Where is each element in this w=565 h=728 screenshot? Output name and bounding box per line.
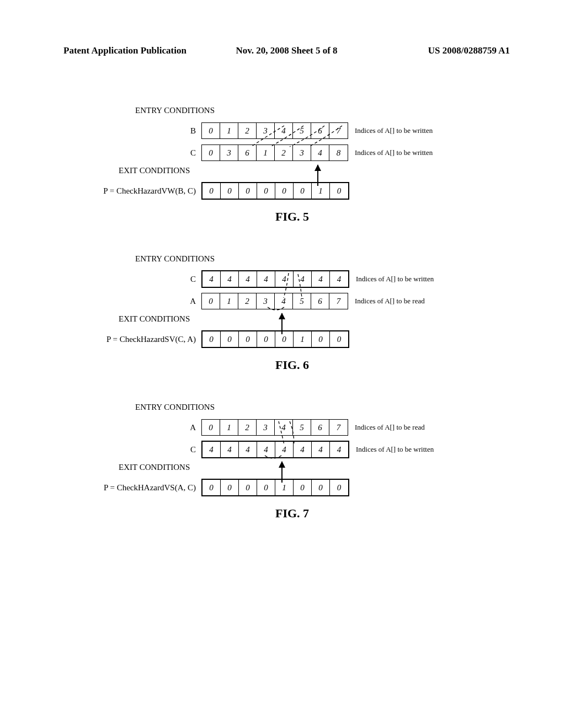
- figure-6: ENTRY CONDITIONS C 4 4 4 4 4 4 4 4 Indic…: [63, 254, 510, 372]
- cell: 3: [220, 145, 238, 160]
- cell: 4: [239, 442, 257, 457]
- cell: 2: [238, 123, 257, 138]
- row-c-cells: 4 4 4 4 4 4 4 4: [201, 270, 349, 288]
- cell: 4: [330, 442, 348, 457]
- cell: 0: [275, 183, 294, 199]
- cell: 5: [293, 293, 311, 309]
- cell: 2: [238, 420, 257, 435]
- cell: 6: [311, 420, 329, 435]
- cell: 3: [257, 293, 275, 309]
- cell: 0: [202, 331, 221, 347]
- cell: 4: [221, 271, 239, 287]
- row-b-label: B: [63, 126, 201, 136]
- row-a-cells: 0 1 2 3 4 5 6 7: [201, 419, 348, 436]
- cell: 0: [202, 145, 220, 160]
- cell: 0: [257, 480, 275, 495]
- page-header: Patent Application Publication Nov. 20, …: [63, 45, 510, 56]
- cell: 7: [329, 123, 348, 138]
- row-b-cells: 0 1 2 3 4 5 6 7: [201, 122, 348, 139]
- arrow-icon: [281, 313, 510, 335]
- cell: 0: [202, 480, 221, 495]
- row-a-note: Indices of A[] to be read: [355, 297, 425, 306]
- row-a-label: A: [63, 297, 201, 306]
- row-c-note: Indices of A[] to be written: [356, 445, 434, 454]
- cell: 1: [257, 145, 275, 160]
- cell: 0: [202, 183, 221, 199]
- cell: 0: [257, 331, 275, 347]
- header-left: Patent Application Publication: [63, 45, 212, 56]
- cell: 4: [312, 442, 330, 457]
- cell: 4: [202, 271, 221, 287]
- cell: 6: [311, 123, 329, 138]
- header-right: US 2008/0288759 A1: [361, 45, 510, 56]
- row-c-cells: 0 3 6 1 2 3 4 8: [201, 144, 348, 161]
- cell: 4: [221, 442, 239, 457]
- row-c: C 4 4 4 4 4 4 4 4 Indices of A[] to be w…: [63, 269, 510, 289]
- cell: 3: [257, 123, 275, 138]
- row-c-label: C: [63, 445, 201, 454]
- figure-7: ENTRY CONDITIONS A 0 1 2 3 4 5 6 7 Indic…: [63, 403, 510, 521]
- arrow-icon: [317, 165, 510, 187]
- cell: 4: [312, 271, 330, 287]
- row-c-note: Indices of A[] to be written: [356, 275, 434, 283]
- cell: 4: [294, 442, 312, 457]
- cell: 0: [221, 331, 239, 347]
- cell: 4: [330, 271, 348, 287]
- figure-5: ENTRY CONDITIONS B 0 1 2 3 4 5 6 7 Indic…: [63, 106, 510, 224]
- cell: 0: [239, 331, 257, 347]
- cell: 0: [202, 123, 220, 138]
- figure-caption: FIG. 5: [74, 210, 510, 224]
- row-a: A 0 1 2 3 4 5 6 7 Indices of A[] to be r…: [63, 417, 510, 437]
- cell: 4: [275, 293, 293, 309]
- cell: 7: [329, 420, 348, 435]
- cell: 4: [239, 271, 257, 287]
- row-p-label: P = CheckHazardSV(C, A): [63, 335, 201, 344]
- cell: 6: [311, 293, 329, 309]
- cell: 5: [293, 420, 311, 435]
- cell: 4: [294, 271, 312, 287]
- row-c: C 4 4 4 4 4 4 4 4 Indices of A[] to be w…: [63, 440, 510, 459]
- row-a-cells: 0 1 2 3 4 5 6 7: [201, 293, 348, 309]
- cell: 3: [293, 145, 311, 160]
- figure-caption: FIG. 6: [74, 358, 510, 372]
- cell: 0: [221, 480, 239, 495]
- row-p-label: P = CheckHAzardVS(A, C): [63, 483, 201, 493]
- cell: 0: [202, 293, 220, 309]
- row-c-label: C: [63, 148, 201, 158]
- arrow-icon: [281, 462, 510, 484]
- entry-conditions-label: ENTRY CONDITIONS: [135, 254, 510, 264]
- cell: 5: [293, 123, 311, 138]
- cell: 3: [257, 420, 275, 435]
- header-mid: Nov. 20, 2008 Sheet 5 of 8: [212, 45, 361, 56]
- entry-conditions-label: ENTRY CONDITIONS: [135, 106, 510, 115]
- cell: 2: [275, 145, 293, 160]
- cell: 4: [257, 271, 275, 287]
- cell: 1: [220, 293, 238, 309]
- cell: 4: [275, 420, 293, 435]
- row-a-note: Indices of A[] to be read: [355, 423, 425, 432]
- cell: 1: [220, 123, 238, 138]
- row-c-cells: 4 4 4 4 4 4 4 4: [201, 441, 349, 458]
- cell: 1: [220, 420, 238, 435]
- patent-page: Patent Application Publication Nov. 20, …: [0, 0, 565, 728]
- cell: 0: [239, 480, 257, 495]
- cell: 2: [238, 293, 257, 309]
- row-a: A 0 1 2 3 4 5 6 7 Indices of A[] to be r…: [63, 291, 510, 311]
- row-c: C 0 3 6 1 2 3 4 8 Indices of A[] to be w…: [63, 143, 510, 163]
- row-b: B 0 1 2 3 4 5 6 7 Indices of A[] to be w…: [63, 121, 510, 141]
- cell: 0: [221, 183, 239, 199]
- row-a-label: A: [63, 423, 201, 432]
- cell: 4: [257, 442, 275, 457]
- cell: 7: [329, 293, 348, 309]
- cell: 0: [202, 420, 220, 435]
- row-p-label: P = CheckHazardVW(B, C): [63, 186, 201, 196]
- figure-caption: FIG. 7: [74, 506, 510, 521]
- cell: 4: [275, 442, 294, 457]
- cell: 8: [329, 145, 348, 160]
- cell: 0: [294, 183, 312, 199]
- cell: 4: [311, 145, 329, 160]
- cell: 0: [239, 183, 257, 199]
- row-c-label: C: [63, 275, 201, 284]
- cell: 4: [275, 123, 293, 138]
- cell: 0: [257, 183, 275, 199]
